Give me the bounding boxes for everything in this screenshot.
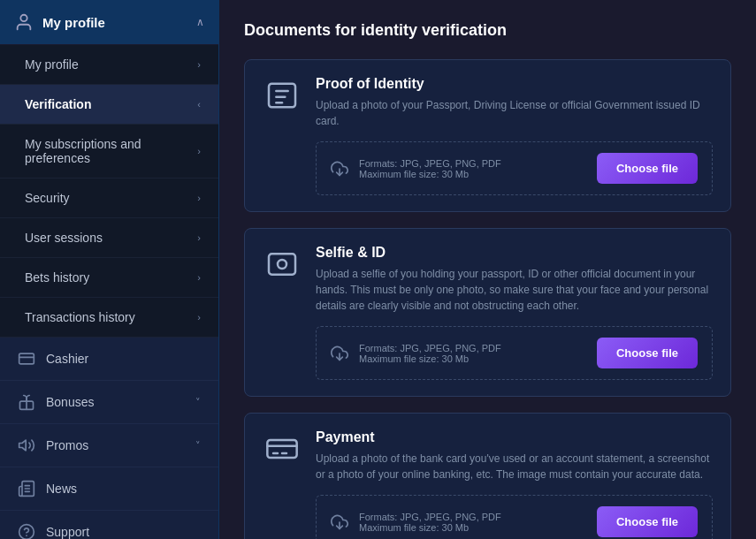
payment-icon [263, 429, 302, 468]
proof-of-identity-body: Proof of Identity Upload a photo of your… [316, 76, 713, 195]
payment-card: Payment Upload a photo of the bank card … [244, 413, 731, 539]
proof-of-identity-upload-row: Formats: JPG, JPEG, PNG, PDF Maximum fil… [316, 141, 713, 195]
choose-file-button-1[interactable]: Choose file [597, 153, 698, 184]
sidebar-item-transactions-history-label: Transactions history [25, 310, 197, 324]
sidebar-item-bets-history[interactable]: Bets history › [0, 258, 218, 298]
proof-of-identity-file-info: Formats: JPG, JPEG, PNG, PDF Maximum fil… [359, 158, 586, 179]
sidebar-item-security-label: Security [25, 191, 197, 205]
sidebar: My profile ∧ My profile › Verification ‹… [0, 0, 219, 539]
payment-formats: Formats: JPG, JPEG, PNG, PDF [359, 512, 586, 522]
choose-file-button-2[interactable]: Choose file [597, 338, 698, 368]
sidebar-item-verification-label: Verification [25, 97, 197, 111]
payment-title: Payment [316, 429, 713, 445]
sidebar-item-transactions-history-chevron: › [197, 312, 201, 323]
svg-point-9 [19, 525, 34, 539]
selfie-id-body: Selfie & ID Upload a selfie of you holdi… [316, 245, 713, 380]
svg-point-0 [20, 15, 27, 21]
bonuses-icon [18, 393, 35, 411]
cashier-icon [18, 350, 35, 368]
sidebar-item-promos[interactable]: Promos ˅ [0, 424, 218, 467]
svg-rect-19 [267, 440, 296, 458]
sidebar-item-transactions-history[interactable]: Transactions history › [0, 298, 218, 338]
upload-icon-3 [331, 513, 348, 531]
sidebar-item-support[interactable]: Support [0, 511, 218, 539]
sidebar-item-promos-label: Promos [46, 438, 195, 452]
payment-file-info: Formats: JPG, JPEG, PNG, PDF Maximum fil… [359, 512, 586, 533]
sidebar-item-news[interactable]: News [0, 467, 218, 511]
proof-of-identity-desc: Upload a photo of your Passport, Driving… [316, 97, 713, 129]
choose-file-button-3[interactable]: Choose file [597, 506, 698, 537]
payment-body: Payment Upload a photo of the bank card … [316, 429, 713, 539]
selfie-id-file-info: Formats: JPG, JPEG, PNG, PDF Maximum fil… [359, 343, 586, 364]
sidebar-item-my-profile-label: My profile [25, 57, 197, 72]
sidebar-item-subscriptions-label: My subscriptions and preferences [25, 137, 197, 165]
sidebar-item-my-profile[interactable]: My profile › [0, 45, 218, 85]
svg-rect-1 [19, 353, 34, 364]
selfie-id-card: Selfie & ID Upload a selfie of you holdi… [244, 228, 731, 397]
sidebar-item-support-label: Support [46, 525, 201, 539]
sidebar-item-user-sessions-label: User sessions [25, 231, 197, 245]
main-content: Documents for identity verification Proo… [219, 0, 756, 539]
sidebar-item-subscriptions-chevron: › [197, 146, 201, 156]
sidebar-item-verification-chevron: ‹ [197, 99, 201, 110]
news-icon [18, 480, 35, 497]
user-icon [14, 12, 34, 32]
sidebar-item-bets-history-label: Bets history [25, 270, 197, 285]
sidebar-top-header-label: My profile [42, 15, 196, 30]
selfie-id-formats: Formats: JPG, JPEG, PNG, PDF [359, 343, 586, 353]
selfie-id-desc: Upload a selfie of you holding your pass… [316, 266, 713, 314]
svg-marker-5 [19, 440, 27, 451]
sidebar-item-bonuses-chevron: ˅ [195, 397, 201, 408]
sidebar-item-news-label: News [46, 482, 201, 496]
selfie-id-upload-row: Formats: JPG, JPEG, PNG, PDF Maximum fil… [316, 326, 713, 380]
selfie-id-title: Selfie & ID [316, 245, 713, 261]
sidebar-item-verification[interactable]: Verification ‹ [0, 85, 218, 125]
payment-max-size: Maximum file size: 30 Mb [359, 522, 586, 533]
proof-of-identity-icon [263, 76, 302, 115]
svg-point-17 [278, 260, 286, 269]
sidebar-item-bonuses[interactable]: Bonuses ˅ [0, 381, 218, 424]
payment-desc: Upload a photo of the bank card you've u… [316, 451, 713, 482]
sidebar-item-user-sessions[interactable]: User sessions › [0, 218, 218, 258]
sidebar-item-security-chevron: › [197, 193, 201, 203]
sidebar-item-promos-chevron: ˅ [195, 440, 201, 452]
payment-upload-row: Formats: JPG, JPEG, PNG, PDF Maximum fil… [316, 495, 713, 539]
upload-icon-2 [331, 345, 348, 362]
sidebar-top-header[interactable]: My profile ∧ [0, 0, 218, 45]
promos-icon [18, 437, 35, 454]
sidebar-top-chevron: ∧ [196, 16, 204, 28]
sidebar-item-cashier[interactable]: Cashier [0, 338, 218, 381]
proof-of-identity-max-size: Maximum file size: 30 Mb [359, 169, 586, 179]
sidebar-item-cashier-label: Cashier [46, 352, 201, 366]
sidebar-item-subscriptions[interactable]: My subscriptions and preferences › [0, 125, 218, 178]
proof-of-identity-formats: Formats: JPG, JPEG, PNG, PDF [359, 158, 586, 169]
page-title: Documents for identity verification [244, 21, 731, 40]
sidebar-item-bonuses-label: Bonuses [46, 395, 195, 409]
svg-rect-16 [269, 254, 295, 274]
sidebar-item-bets-history-chevron: › [197, 272, 201, 283]
proof-of-identity-title: Proof of Identity [316, 76, 713, 92]
support-icon [18, 523, 35, 539]
sidebar-item-my-profile-chevron: › [197, 59, 201, 70]
proof-of-identity-card: Proof of Identity Upload a photo of your… [244, 59, 731, 212]
selfie-id-icon [263, 245, 302, 284]
selfie-id-max-size: Maximum file size: 30 Mb [359, 353, 586, 364]
sidebar-submenu: My profile › Verification ‹ My subscript… [0, 45, 218, 338]
upload-icon-1 [331, 160, 348, 178]
sidebar-item-user-sessions-chevron: › [197, 232, 201, 243]
sidebar-item-security[interactable]: Security › [0, 178, 218, 218]
